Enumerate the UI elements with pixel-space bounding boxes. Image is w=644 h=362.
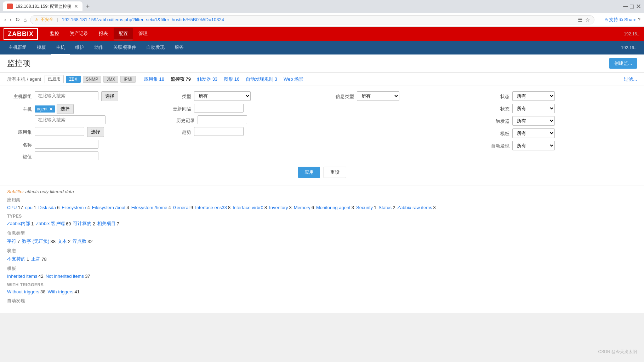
sec-action[interactable]: 动作 xyxy=(89,41,108,55)
sf-normal[interactable]: 正常 78 xyxy=(31,256,46,262)
sf-inherited[interactable]: Inherited items 42 xyxy=(7,274,44,279)
name-input[interactable] xyxy=(35,140,98,149)
new-tab-btn[interactable]: + xyxy=(84,3,92,10)
reload-btn[interactable]: ↻ xyxy=(15,16,21,24)
sf-tag-filesystem-home[interactable]: Filesystem /home 4 xyxy=(131,205,171,210)
create-btn[interactable]: 创建监... xyxy=(609,58,637,69)
nav-config[interactable]: 配置 xyxy=(114,28,133,40)
star-icon[interactable]: ☆ xyxy=(585,17,590,23)
status-section-title: 状态 xyxy=(7,248,637,254)
sec-related[interactable]: 关联项事件 xyxy=(108,41,141,55)
sf-tag-security[interactable]: Security 1 xyxy=(356,205,376,210)
sec-host[interactable]: 主机 xyxy=(51,41,70,55)
autodiscover-filter-select[interactable]: 所有 xyxy=(512,141,555,150)
type-zbx[interactable]: ZBX xyxy=(66,76,80,83)
breadcrumb-allhosts[interactable]: 所有主机 xyxy=(7,76,25,82)
sf-tag-status[interactable]: Status 2 xyxy=(378,205,395,210)
tab-monitor[interactable]: 监控项 79 xyxy=(169,76,192,82)
sf-float[interactable]: 浮点数 32 xyxy=(73,238,92,245)
sf-number[interactable]: 数字 (无正负) 38 xyxy=(22,238,56,245)
nav-monitor[interactable]: 监控 xyxy=(45,28,64,40)
sec-service[interactable]: 服务 xyxy=(170,41,189,55)
status1-select[interactable]: 所有 xyxy=(512,91,555,101)
sec-autodiscover[interactable]: 自动发现 xyxy=(141,41,170,55)
sf-tag-iface-virbr0[interactable]: Interface virbr0 8 xyxy=(233,205,267,210)
type-snmp[interactable]: SNMP xyxy=(83,76,102,83)
sec-maintain[interactable]: 维护 xyxy=(70,41,89,55)
type-jmx[interactable]: JMX xyxy=(103,76,118,83)
sf-zabbix-client[interactable]: Zabbix 客户端 69 xyxy=(36,220,71,227)
browser-tab[interactable]: 192.168.181.159: 配置监控项 ✕ xyxy=(3,1,82,11)
host-select-btn[interactable]: 选择 xyxy=(57,104,74,114)
sf-tag-iface-ens33[interactable]: Interface ens33 8 xyxy=(195,205,230,210)
sf-tag-monitoring-agent[interactable]: Monitoring agent 3 xyxy=(316,205,354,210)
sf-tag-zabbix-raw[interactable]: Zabbix raw items 3 xyxy=(397,205,435,210)
share-btn[interactable]: ⧉ Share xyxy=(620,17,636,23)
interval-input[interactable] xyxy=(194,104,244,113)
key-input[interactable] xyxy=(35,151,98,160)
sf-unsupported[interactable]: 不支持的 1 xyxy=(7,256,29,262)
sf-char[interactable]: 字符 7 xyxy=(7,238,20,245)
back-btn[interactable]: ‹ xyxy=(4,16,7,24)
infotype-select[interactable]: 所有 xyxy=(357,91,399,101)
sf-tag-memory[interactable]: Memory 6 xyxy=(294,205,314,210)
status2-select[interactable]: 所有 xyxy=(512,104,555,113)
history-input[interactable] xyxy=(198,115,247,124)
sf-tag-inventory[interactable]: Inventory 3 xyxy=(269,205,292,210)
minimize-btn[interactable]: ─ xyxy=(623,3,628,10)
breadcrumb-agent[interactable]: agent xyxy=(30,76,41,82)
forward-btn[interactable]: › xyxy=(9,16,12,24)
tab-web[interactable]: Web 场景 xyxy=(282,76,305,82)
sf-tag-disksda[interactable]: Disk sda 6 xyxy=(38,205,59,210)
sf-tag-general[interactable]: General 9 xyxy=(173,205,193,210)
sf-without-triggers[interactable]: Without triggers 38 xyxy=(7,289,46,294)
reset-btn[interactable]: 重设 xyxy=(324,167,346,178)
nav-manage[interactable]: 管理 xyxy=(133,28,153,40)
sec-template[interactable]: 模板 xyxy=(32,41,51,55)
support-btn[interactable]: ⊕ 支持 xyxy=(604,17,619,23)
app-section-title: 应用集 xyxy=(7,197,637,203)
tab-autodiscover[interactable]: 自动发现规则 3 xyxy=(244,76,279,82)
subfilter-triggers-section: WITH TRIGGERS Without triggers 38 With t… xyxy=(7,282,637,294)
hostgroup-select-btn[interactable]: 选择 xyxy=(101,91,118,101)
home-btn[interactable]: ⌂ xyxy=(23,16,28,24)
maximize-btn[interactable]: □ xyxy=(630,3,634,10)
nav-assets[interactable]: 资产记录 xyxy=(65,28,93,40)
sec-hostgroup[interactable]: 主机群组 xyxy=(4,41,32,55)
sf-not-inherited[interactable]: Not inherited items 37 xyxy=(46,274,90,279)
type-select[interactable]: 所有 xyxy=(194,91,251,101)
trigger-filter-select[interactable]: 所有 xyxy=(512,116,555,126)
type-ipmi[interactable]: IPMI xyxy=(120,76,136,83)
help-btn[interactable]: ? xyxy=(638,17,640,22)
tab-appset[interactable]: 应用集 18 xyxy=(143,76,166,82)
address-input-wrap[interactable]: ⚠ 不安全 | ☰ ☆ xyxy=(30,15,594,24)
sf-tag-cpu[interactable]: CPU 17 xyxy=(7,205,23,210)
host-search-input[interactable] xyxy=(35,115,106,124)
sf-zabbix-internal[interactable]: Zabbix内部 1 xyxy=(7,220,34,227)
sf-tag-cpu-lower[interactable]: cpu 1 xyxy=(25,205,36,210)
tab-trigger[interactable]: 触发器 33 xyxy=(196,76,219,82)
trend-input[interactable] xyxy=(194,127,244,136)
app-input[interactable] xyxy=(35,127,84,136)
filter-toggle[interactable]: 过滤... xyxy=(624,76,637,82)
filter-area: 主机群组 选择 主机 agent ✕ 选择 xyxy=(0,86,644,185)
hostgroup-input[interactable] xyxy=(35,91,98,100)
agent-tag-remove[interactable]: ✕ xyxy=(49,106,53,112)
url-input[interactable] xyxy=(62,17,576,22)
app-select-btn[interactable]: 选择 xyxy=(87,127,104,137)
tab-graph[interactable]: 图形 16 xyxy=(222,76,241,82)
tab-close-btn[interactable]: ✕ xyxy=(74,4,78,9)
sf-tag-filesystem-boot[interactable]: Filesystem /boot 4 xyxy=(92,205,129,210)
sf-calculable[interactable]: 可计算的 2 xyxy=(73,220,95,227)
reader-icon[interactable]: ☰ xyxy=(578,17,582,23)
sf-text[interactable]: 文本 2 xyxy=(58,238,70,245)
sf-related[interactable]: 相关项目 7 xyxy=(97,220,119,227)
nav-reports[interactable]: 报表 xyxy=(94,28,113,40)
sf-with-triggers[interactable]: With triggers 41 xyxy=(48,289,80,294)
template-filter-select[interactable]: 所有 xyxy=(512,128,555,138)
status-enabled[interactable]: 已启用 xyxy=(45,75,64,83)
host-label: 主机 xyxy=(7,104,32,113)
sf-tag-filesystem[interactable]: Filesystem / 4 xyxy=(62,205,90,210)
close-btn[interactable]: ✕ xyxy=(636,2,641,10)
apply-btn[interactable]: 应用 xyxy=(298,167,320,178)
